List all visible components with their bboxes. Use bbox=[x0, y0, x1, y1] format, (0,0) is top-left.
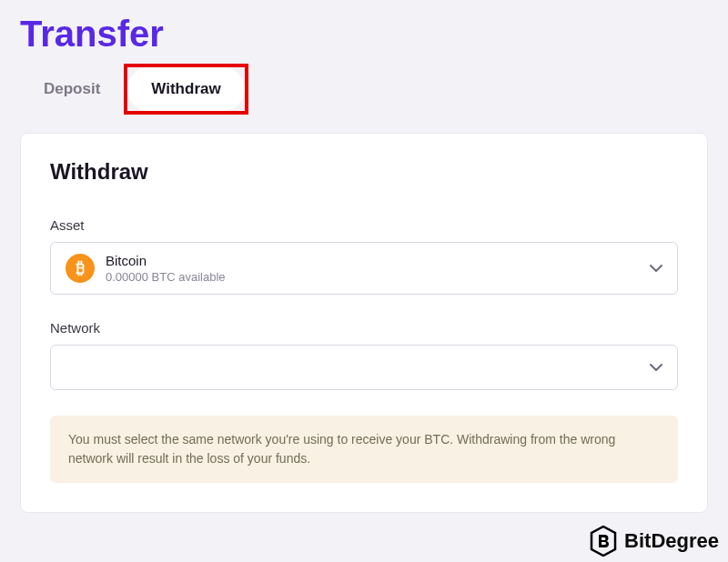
highlight-annotation: Withdraw bbox=[124, 64, 248, 115]
asset-available: 0.00000 BTC available bbox=[106, 270, 226, 286]
warning-text: You must select the same network you're … bbox=[68, 430, 660, 468]
network-select[interactable] bbox=[50, 345, 678, 390]
watermark: BitDegree bbox=[590, 526, 719, 557]
bitdegree-logo-icon bbox=[590, 526, 617, 557]
network-label: Network bbox=[50, 320, 678, 336]
asset-name: Bitcoin bbox=[106, 252, 226, 270]
chevron-down-icon bbox=[650, 364, 662, 371]
warning-box: You must select the same network you're … bbox=[50, 416, 678, 483]
tab-deposit[interactable]: Deposit bbox=[20, 64, 124, 115]
asset-label: Asset bbox=[50, 217, 678, 233]
tab-withdraw[interactable]: Withdraw bbox=[127, 67, 244, 111]
card-title: Withdraw bbox=[50, 159, 678, 185]
network-field-group: Network bbox=[50, 320, 678, 390]
watermark-text: BitDegree bbox=[624, 529, 719, 553]
bitcoin-icon: ₿ bbox=[66, 254, 95, 283]
chevron-down-icon bbox=[650, 265, 662, 272]
asset-select[interactable]: ₿ Bitcoin 0.00000 BTC available bbox=[50, 242, 678, 295]
tabs-container: Deposit Withdraw bbox=[0, 64, 728, 115]
asset-field-group: Asset ₿ Bitcoin 0.00000 BTC available bbox=[50, 217, 678, 295]
asset-selected-content: ₿ Bitcoin 0.00000 BTC available bbox=[66, 252, 226, 285]
page-title: Transfer bbox=[0, 0, 728, 64]
asset-text-wrapper: Bitcoin 0.00000 BTC available bbox=[106, 252, 226, 285]
withdraw-card: Withdraw Asset ₿ Bitcoin 0.00000 BTC ava… bbox=[20, 133, 708, 513]
